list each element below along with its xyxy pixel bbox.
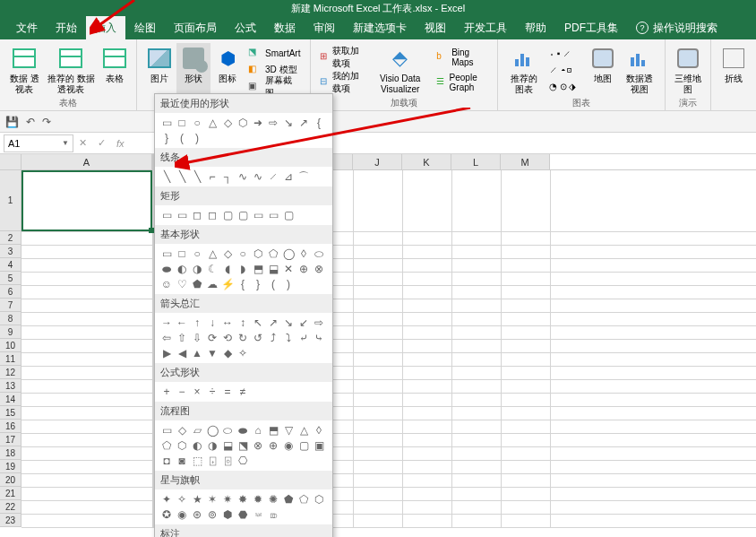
chart-type-3[interactable]: ◔ ⊙ ⬗ xyxy=(549,79,583,95)
shape-item[interactable]: ⊕ xyxy=(297,263,310,275)
shape-item[interactable]: ♡ xyxy=(176,278,188,290)
shape-item[interactable]: ⇧ xyxy=(176,332,188,344)
tab-help[interactable]: 帮助 xyxy=(516,16,555,39)
shape-item[interactable]: ✪ xyxy=(160,508,173,521)
shape-item[interactable]: ▢ xyxy=(221,209,234,221)
shape-item[interactable]: ┐ xyxy=(221,170,234,183)
shape-item[interactable]: ⇨ xyxy=(313,316,325,329)
shape-item[interactable]: ✕ xyxy=(282,263,295,275)
shape-item[interactable]: ⇦ xyxy=(160,332,173,344)
shape-item[interactable]: ↑ xyxy=(191,316,203,329)
tab-file[interactable]: 文件 xyxy=(7,16,47,39)
row-header-9[interactable]: 9 xyxy=(0,325,21,339)
col-header-A[interactable]: A xyxy=(21,154,152,169)
row-header-23[interactable]: 23 xyxy=(0,514,21,527)
worksheet-grid[interactable]: AFGHIJKLM 123456789101112131415161718192… xyxy=(0,154,756,537)
visio-button[interactable]: ⬘Visio Data Visualizer xyxy=(367,43,433,97)
shape-item[interactable]: → xyxy=(160,316,173,329)
tab-view[interactable]: 视图 xyxy=(416,16,455,39)
recommended-pivot-button[interactable]: 推荐的 数据透视表 xyxy=(43,43,99,97)
shape-item[interactable]: ▢ xyxy=(282,209,295,221)
shape-item[interactable]: ÷ xyxy=(206,385,219,398)
cancel-icon[interactable]: ✕ xyxy=(79,137,87,149)
select-all-corner[interactable] xyxy=(0,154,21,169)
shape-item[interactable]: ⬡ xyxy=(313,493,325,506)
shape-item[interactable]: ▭ xyxy=(252,209,264,221)
shape-item[interactable]: ↗ xyxy=(267,316,279,329)
tab-pdf[interactable]: PDF工具集 xyxy=(555,16,627,39)
shape-item[interactable]: ∿ xyxy=(252,170,264,183)
shape-item[interactable]: ) xyxy=(282,278,295,290)
shape-item[interactable]: ( xyxy=(267,278,279,290)
shape-item[interactable]: ⬚ xyxy=(191,455,203,467)
shape-item[interactable]: ⊕ xyxy=(267,439,279,452)
shape-item[interactable]: ⬭ xyxy=(221,424,234,437)
shape-item[interactable]: ✺ xyxy=(267,493,279,506)
shape-item[interactable]: ◐ xyxy=(191,439,203,452)
shape-item[interactable]: ✹ xyxy=(252,493,264,506)
shape-item[interactable]: − xyxy=(176,385,188,398)
row-header-18[interactable]: 18 xyxy=(0,446,21,460)
shape-item[interactable]: ⎔ xyxy=(236,455,249,467)
shape-item[interactable]: ⎄ xyxy=(267,508,279,521)
shape-item[interactable]: ⬔ xyxy=(236,439,249,452)
shape-item[interactable]: ∿ xyxy=(236,170,249,183)
shape-item[interactable]: ★ xyxy=(191,493,203,506)
shape-item[interactable]: × xyxy=(191,385,203,398)
shape-item[interactable]: ⬟ xyxy=(282,493,295,506)
shape-item[interactable]: ▭ xyxy=(176,209,188,221)
tab-layout[interactable]: 页面布局 xyxy=(165,16,226,39)
shape-item[interactable]: △ xyxy=(297,424,310,437)
shape-item[interactable]: ☁ xyxy=(206,278,219,290)
shape-item[interactable]: ✧ xyxy=(176,493,188,506)
shape-item[interactable]: ✷ xyxy=(221,493,234,506)
shape-item[interactable]: ⌂ xyxy=(252,424,264,437)
shape-item[interactable]: ⊛ xyxy=(191,508,203,521)
tab-dev[interactable]: 开发工具 xyxy=(455,16,516,39)
icons-button[interactable]: ⬢图标 xyxy=(210,43,245,97)
shape-item[interactable]: ⟲ xyxy=(221,332,234,344)
pictures-button[interactable]: 图片 xyxy=(142,43,176,97)
row-header-12[interactable]: 12 xyxy=(0,366,21,379)
shape-item[interactable]: ↖ xyxy=(252,316,264,329)
shape-item[interactable]: ◉ xyxy=(282,439,295,452)
shape-item[interactable]: ⬟ xyxy=(191,278,203,290)
shape-item[interactable]: ◯ xyxy=(282,247,295,260)
shape-item[interactable]: ◐ xyxy=(176,263,188,275)
name-box[interactable]: A1 ▼ xyxy=(4,134,73,152)
tab-review[interactable]: 审阅 xyxy=(305,16,344,39)
shape-item[interactable]: ↘ xyxy=(282,316,295,329)
shape-item[interactable]: ▭ xyxy=(160,117,173,129)
shape-item[interactable]: □ xyxy=(176,247,188,260)
recommended-charts-button[interactable]: 推荐的 图表 xyxy=(503,43,546,97)
row-header-8[interactable]: 8 xyxy=(0,312,21,325)
shape-item[interactable]: ▼ xyxy=(206,347,219,359)
save-icon[interactable]: 💾 xyxy=(5,116,19,128)
row-header-22[interactable]: 22 xyxy=(0,500,21,514)
shape-item[interactable]: ← xyxy=(176,316,188,329)
shape-item[interactable]: ⬣ xyxy=(236,508,249,521)
shape-item[interactable]: △ xyxy=(206,247,219,260)
shape-item[interactable]: ▭ xyxy=(160,424,173,437)
row-header-6[interactable]: 6 xyxy=(0,285,21,299)
row-header-21[interactable]: 21 xyxy=(0,487,21,500)
shape-item[interactable]: ✦ xyxy=(160,493,173,506)
shape-item[interactable]: ⊚ xyxy=(206,508,219,521)
chart-type-2[interactable]: ⟋ ▴ ⊡ xyxy=(549,62,583,78)
shape-item[interactable]: ⬓ xyxy=(221,439,234,452)
shape-item[interactable]: ◉ xyxy=(176,508,188,521)
shape-item[interactable]: ⤵ xyxy=(282,332,295,344)
3d-map-button[interactable]: 三维地 图 xyxy=(671,43,705,97)
shape-item[interactable]: ◻ xyxy=(191,209,203,221)
shape-item[interactable]: ⬠ xyxy=(267,247,279,260)
shape-item[interactable]: ▭ xyxy=(267,209,279,221)
shape-item[interactable]: } xyxy=(160,132,173,144)
shape-item[interactable]: ◗ xyxy=(236,263,249,275)
tab-newtab[interactable]: 新建选项卡 xyxy=(344,16,416,39)
shape-item[interactable]: = xyxy=(221,385,234,398)
shape-item[interactable]: ⌐ xyxy=(206,170,219,183)
tell-me[interactable]: ? 操作说明搜索 xyxy=(636,21,717,36)
row-header-11[interactable]: 11 xyxy=(0,352,21,366)
screenshot-button[interactable]: ▣屏幕截图 xyxy=(248,79,301,95)
shape-item[interactable]: ◇ xyxy=(176,424,188,437)
